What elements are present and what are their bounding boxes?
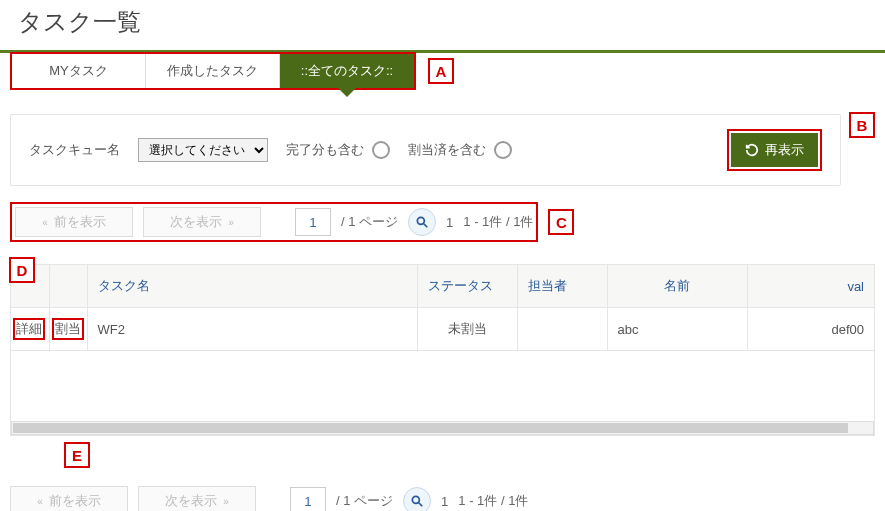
- page-total: / 1 ページ: [341, 213, 398, 231]
- header-task-name[interactable]: タスク名: [87, 265, 417, 308]
- chevron-right-icon: »: [223, 496, 229, 507]
- page-number-input-bottom[interactable]: [290, 487, 326, 511]
- assign-link[interactable]: 割当: [55, 321, 81, 336]
- search-icon: [415, 215, 429, 229]
- page-range-1: 1: [446, 215, 453, 230]
- task-table: タスク名 ステータス 担当者 名前 val 詳細 割当 WF2 未割当 abc …: [11, 265, 874, 351]
- cell-assignee: [517, 308, 607, 351]
- prev-label: 前を表示: [54, 213, 106, 231]
- page-range-2-bottom: 1 - 1件 / 1件: [458, 492, 528, 510]
- header-action-2: [49, 265, 87, 308]
- annotation-marker-b: B: [849, 112, 875, 138]
- chevron-right-icon: »: [228, 217, 234, 228]
- next-label: 次を表示: [170, 213, 222, 231]
- include-completed-toggle[interactable]: [372, 141, 390, 159]
- chevron-left-icon: «: [42, 217, 48, 228]
- queue-select[interactable]: 選択してください: [138, 138, 268, 162]
- cell-status: 未割当: [417, 308, 517, 351]
- header-assignee[interactable]: 担当者: [517, 265, 607, 308]
- refresh-button[interactable]: 再表示: [731, 133, 818, 167]
- annotation-marker-a: A: [428, 58, 454, 84]
- annotation-marker-c: C: [548, 209, 574, 235]
- pager-bottom: « 前を表示 次を表示 » / 1 ページ 1 1 - 1件 / 1件: [10, 486, 875, 511]
- page-number-input[interactable]: [295, 208, 331, 236]
- cell-task-name: WF2: [87, 308, 417, 351]
- annotation-marker-d: D: [9, 257, 35, 283]
- prev-page-button-bottom[interactable]: « 前を表示: [10, 486, 128, 511]
- page-range-1-bottom: 1: [441, 494, 448, 509]
- pager-top: « 前を表示 次を表示 » / 1 ページ 1 1 - 1件 / 1件: [10, 202, 538, 242]
- prev-label-bottom: 前を表示: [49, 492, 101, 510]
- include-completed-label: 完了分も含む: [286, 141, 364, 159]
- svg-line-1: [424, 224, 428, 228]
- table-row: 詳細 割当 WF2 未割当 abc def00: [11, 308, 874, 351]
- svg-point-0: [417, 217, 424, 224]
- header-val[interactable]: val: [747, 265, 874, 308]
- header-name[interactable]: 名前: [607, 265, 747, 308]
- queue-label: タスクキュー名: [29, 141, 120, 159]
- page-total-bottom: / 1 ページ: [336, 492, 393, 510]
- detail-link[interactable]: 詳細: [16, 321, 42, 336]
- page-search-button-bottom[interactable]: [403, 487, 431, 511]
- include-assigned-toggle[interactable]: [494, 141, 512, 159]
- chevron-left-icon: «: [37, 496, 43, 507]
- svg-point-2: [412, 496, 419, 503]
- horizontal-scrollbar[interactable]: [11, 421, 874, 435]
- cell-val: def00: [747, 308, 874, 351]
- header-status[interactable]: ステータス: [417, 265, 517, 308]
- next-page-button[interactable]: 次を表示 »: [143, 207, 261, 237]
- refresh-label: 再表示: [765, 141, 804, 159]
- tab-my-tasks[interactable]: MYタスク: [12, 54, 146, 88]
- tab-created-tasks[interactable]: 作成したタスク: [146, 54, 280, 88]
- page-search-button[interactable]: [408, 208, 436, 236]
- prev-page-button[interactable]: « 前を表示: [15, 207, 133, 237]
- cell-name: abc: [607, 308, 747, 351]
- page-range-2: 1 - 1件 / 1件: [463, 213, 533, 231]
- tab-all-tasks[interactable]: ::全てのタスク::: [280, 54, 414, 88]
- next-page-button-bottom[interactable]: 次を表示 »: [138, 486, 256, 511]
- tabs: MYタスク 作成したタスク ::全てのタスク::: [10, 52, 416, 90]
- refresh-icon: [745, 143, 759, 157]
- annotation-marker-e: E: [64, 442, 90, 468]
- include-assigned-label: 割当済を含む: [408, 141, 486, 159]
- filter-bar: タスクキュー名 選択してください 完了分も含む 割当済を含む 再表示: [10, 114, 841, 186]
- page-title: タスク一覧: [10, 0, 875, 50]
- svg-line-3: [419, 503, 423, 507]
- next-label-bottom: 次を表示: [165, 492, 217, 510]
- search-icon: [410, 494, 424, 508]
